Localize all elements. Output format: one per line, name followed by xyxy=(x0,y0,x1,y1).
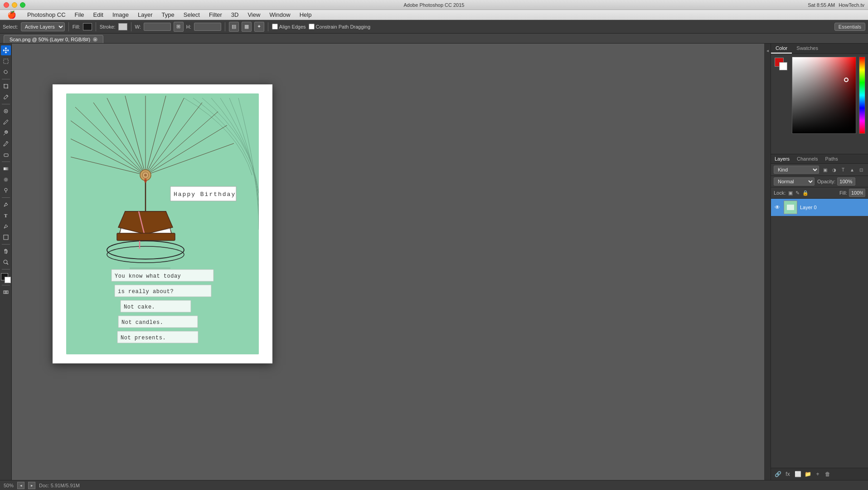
status-nav-next[interactable]: ▸ xyxy=(28,482,35,489)
blur-tool[interactable] xyxy=(1,175,11,185)
tab-paths[interactable]: Paths xyxy=(822,154,842,163)
tab-color[interactable]: Color xyxy=(771,44,792,54)
align-edges-checkbox[interactable] xyxy=(272,24,278,29)
lasso-tool[interactable] xyxy=(1,67,11,77)
pixel-filter-icon[interactable]: ▣ xyxy=(821,166,829,174)
lock-pixels-icon[interactable]: ▣ xyxy=(788,190,793,196)
hand-tool[interactable] xyxy=(1,246,11,256)
color-swatches[interactable] xyxy=(1,273,11,283)
minimize-button[interactable] xyxy=(12,2,17,8)
essentials-button[interactable]: Essentials xyxy=(834,23,865,31)
color-spectrum[interactable] xyxy=(792,57,856,134)
fill-swatch[interactable] xyxy=(83,23,92,30)
select-dropdown[interactable]: Active Layers All Layers xyxy=(21,22,65,31)
layers-bottom-bar: 🔗 fx ⬜ 📁 + 🗑 xyxy=(771,468,868,480)
layer-visibility-toggle[interactable]: 👁 xyxy=(774,204,781,211)
new-group-icon[interactable]: 📁 xyxy=(804,470,812,478)
menu-3d[interactable]: 3D xyxy=(228,11,242,19)
path-selection-tool[interactable] xyxy=(1,221,11,231)
close-button[interactable] xyxy=(4,2,9,8)
pen-tool[interactable] xyxy=(1,200,11,210)
shape-filter-icon[interactable]: ▲ xyxy=(848,166,856,174)
menu-help[interactable]: Help xyxy=(296,11,315,19)
tab-layers[interactable]: Layers xyxy=(771,154,793,163)
add-fx-icon[interactable]: fx xyxy=(784,470,792,478)
layer-item-0[interactable]: 👁 Layer 0 xyxy=(771,199,868,216)
brush-tool[interactable] xyxy=(1,117,11,127)
move-tool[interactable] xyxy=(1,45,11,55)
height-input[interactable] xyxy=(194,23,221,31)
menu-edit[interactable]: Edit xyxy=(90,11,107,19)
zoom-tool[interactable] xyxy=(1,257,11,267)
eyedropper-tool[interactable] xyxy=(1,92,11,102)
gradient-tool[interactable] xyxy=(1,164,11,174)
crop-tool[interactable] xyxy=(1,81,11,91)
lock-position-icon[interactable]: ✎ xyxy=(795,190,800,196)
menu-type[interactable]: Type xyxy=(158,11,178,19)
marquee-tool[interactable] xyxy=(1,56,11,66)
options-toolbar: Select: Active Layers All Layers Fill: S… xyxy=(0,20,868,34)
menu-filter[interactable]: Filter xyxy=(205,11,226,19)
lock-all-icon[interactable]: 🔒 xyxy=(802,190,809,196)
traffic-lights[interactable] xyxy=(4,2,25,8)
menu-file[interactable]: File xyxy=(71,11,88,19)
shape-tool[interactable] xyxy=(1,232,11,242)
status-nav-prev[interactable]: ◂ xyxy=(17,482,24,489)
canvas-area[interactable]: Happy Birthday xyxy=(12,44,764,480)
tool-separator-4 xyxy=(2,197,10,198)
menu-photoshop[interactable]: Photoshop CC xyxy=(24,11,69,19)
type-tool[interactable]: T xyxy=(1,211,11,220)
blend-mode-dropdown[interactable]: Normal Multiply Screen Overlay xyxy=(774,177,815,186)
quick-mask-tool[interactable] xyxy=(1,287,11,297)
svg-text:is really about?: is really about? xyxy=(118,289,174,295)
maximize-button[interactable] xyxy=(20,2,25,8)
svg-point-6 xyxy=(4,178,8,181)
svg-rect-11 xyxy=(4,235,8,240)
svg-text:You know what today: You know what today xyxy=(115,273,181,279)
history-brush-tool[interactable] xyxy=(1,139,11,149)
menu-view[interactable]: View xyxy=(244,11,264,19)
align-top-icon[interactable]: ▤ xyxy=(229,22,239,32)
spectrum-black-overlay xyxy=(792,57,856,133)
tab-close-button[interactable]: × xyxy=(93,37,97,42)
link-icon[interactable]: ⊞ xyxy=(174,22,184,32)
hue-bar[interactable] xyxy=(859,57,865,134)
background-color[interactable] xyxy=(5,277,11,283)
fill-input[interactable] xyxy=(849,189,865,197)
svg-point-9 xyxy=(6,203,7,204)
svg-rect-14 xyxy=(5,291,7,294)
width-input[interactable] xyxy=(144,23,171,31)
spectrum-area[interactable] xyxy=(792,57,856,134)
layers-panel: Layers Channels Paths Kind ▣ ◑ T ▲ ⊡ xyxy=(771,154,868,480)
tab-channels[interactable]: Channels xyxy=(793,154,821,163)
panel-collapse-arrow[interactable]: ◂ xyxy=(764,44,771,480)
new-layer-icon[interactable]: + xyxy=(814,470,822,478)
add-mask-icon[interactable]: ⬜ xyxy=(794,470,802,478)
smart-filter-icon[interactable]: ⊡ xyxy=(857,166,865,174)
adjustment-filter-icon[interactable]: ◑ xyxy=(830,166,838,174)
constrain-path-checkbox[interactable] xyxy=(309,24,315,29)
h-label: H: xyxy=(186,24,191,29)
document-tab[interactable]: Scan.png @ 50% (Layer 0, RGB/8#) × xyxy=(4,35,103,43)
background-color-box[interactable] xyxy=(779,62,787,70)
link-layers-icon[interactable]: 🔗 xyxy=(774,470,782,478)
align-center-icon[interactable]: ▦ xyxy=(242,22,252,32)
opacity-input[interactable] xyxy=(837,177,855,186)
eraser-tool[interactable] xyxy=(1,150,11,160)
menu-window[interactable]: Window xyxy=(266,11,294,19)
tab-swatches[interactable]: Swatches xyxy=(792,44,823,54)
delete-layer-icon[interactable]: 🗑 xyxy=(824,470,832,478)
menu-layer[interactable]: Layer xyxy=(134,11,156,19)
type-filter-icon[interactable]: T xyxy=(839,166,847,174)
kind-dropdown[interactable]: Kind xyxy=(774,166,819,174)
dodge-tool[interactable] xyxy=(1,186,11,196)
clone-tool[interactable] xyxy=(1,128,11,138)
menu-image[interactable]: Image xyxy=(109,11,132,19)
tool-separator-5 xyxy=(2,244,10,245)
spot-healing-tool[interactable] xyxy=(1,106,11,116)
menu-select[interactable]: Select xyxy=(180,11,204,19)
apple-menu[interactable]: 🍎 xyxy=(4,10,20,20)
stroke-swatch[interactable] xyxy=(118,23,127,30)
transform-icon[interactable]: ✦ xyxy=(254,22,264,32)
tool-separator-3 xyxy=(2,162,10,162)
